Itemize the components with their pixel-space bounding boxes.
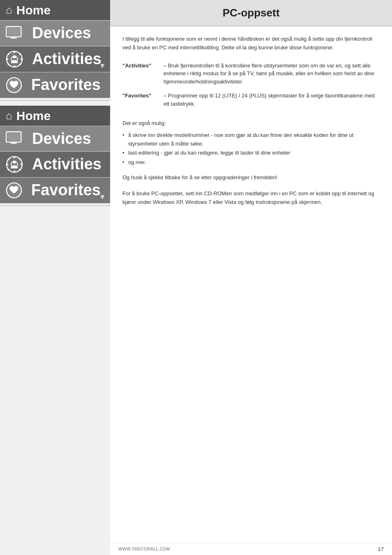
nav-label-activities-2: Activities: [32, 156, 101, 173]
reminder-text: Og husk å sjekke tilbake for å se etter …: [122, 173, 380, 182]
svg-rect-7: [14, 51, 15, 53]
page-title-bar: PC-oppsett: [110, 0, 392, 27]
main-content: PC-oppsett I tillegg til alle funksjonen…: [110, 0, 392, 555]
list-item: å skrive inn direkte modellnummer - noe …: [122, 131, 380, 148]
svg-rect-17: [7, 133, 20, 141]
favorites-icon-2: [6, 182, 26, 199]
list-item: tast-editering - gjør at du kan redigere…: [122, 149, 380, 157]
nav-label-favorites-2: Favorites: [31, 182, 101, 199]
nav-label-activities-1: Activities: [32, 51, 101, 68]
feature-term-2: "Favorites": [122, 90, 164, 112]
nav-item-favorites-2[interactable]: Favorites ▼: [0, 178, 110, 204]
footer-bar: WWW.ONEFORALL.COM 17: [110, 543, 392, 555]
activities-icon-1: [6, 51, 27, 68]
svg-rect-10: [21, 58, 23, 60]
bullet-list: å skrive inn direkte modellnummer - noe …: [122, 131, 380, 167]
nav-item-activities-1[interactable]: Activities ▼: [0, 46, 110, 72]
list-item: og mer.: [122, 158, 380, 167]
activities-icon-2: [6, 156, 27, 173]
nav-label-devices-1: Devices: [32, 25, 91, 42]
svg-rect-9: [6, 58, 8, 60]
also-possible-label: Det er også mulig:: [122, 119, 380, 128]
svg-rect-26: [21, 164, 23, 165]
home-icon-2: ⌂: [6, 109, 12, 122]
nav-item-devices-1[interactable]: Devices: [0, 21, 110, 46]
page-title: PC-oppsett: [118, 7, 384, 19]
content-body: I tillegg til alle funksjonene som er ne…: [110, 27, 392, 222]
footer-url: WWW.ONEFORALL.COM: [118, 547, 170, 551]
nav-group-1: ⌂ Home Devices: [0, 0, 110, 101]
nav-item-favorites-1[interactable]: Favorites: [0, 72, 110, 98]
nav-group-2: ⌂ Home Devices: [0, 106, 110, 206]
svg-rect-8: [14, 65, 15, 67]
nav-item-home-2[interactable]: ⌂ Home: [0, 106, 110, 126]
svg-rect-23: [14, 156, 15, 158]
devices-icon-1: [6, 26, 27, 41]
svg-rect-1: [7, 28, 20, 36]
chevron-down-icon-1: ▼: [99, 62, 106, 70]
cd-instruction-text: For å bruke PC-oppsettet, sett inn CD-RO…: [122, 190, 380, 207]
nav-item-home-1[interactable]: ⌂ Home: [0, 0, 110, 21]
nav-label-favorites-1: Favorites: [31, 76, 101, 94]
nav-label-devices-2: Devices: [32, 130, 91, 148]
nav-label-home-2: Home: [16, 109, 51, 123]
footer-page: 17: [378, 546, 384, 552]
feature-table: "Activities" – Bruk fjernkontrollen til …: [122, 60, 380, 112]
table-row: "Favorites" – Programmer opp til 12 (LIT…: [122, 90, 380, 112]
feature-desc-2: – Programmer opp til 12 (LITE) / 24 (PLU…: [164, 90, 380, 112]
table-row: "Activities" – Bruk fjernkontrollen til …: [122, 60, 380, 90]
chevron-down-icon-2: ▼: [99, 193, 106, 201]
home-icon-1: ⌂: [6, 4, 12, 16]
nav-label-home-1: Home: [16, 3, 51, 17]
nav-item-activities-2[interactable]: Activities: [0, 152, 110, 178]
svg-rect-25: [6, 164, 8, 165]
svg-rect-24: [14, 171, 15, 173]
intro-text: I tillegg til alle funksjonene som er ne…: [122, 35, 380, 52]
sidebar: ⌂ Home Devices: [0, 0, 110, 555]
svg-point-6: [13, 55, 16, 58]
feature-desc-1: – Bruk fjernkontrollen til å kontrollere…: [164, 60, 380, 90]
nav-item-devices-2[interactable]: Devices: [0, 126, 110, 152]
favorites-icon-1: [6, 77, 26, 93]
devices-icon-2: [6, 131, 27, 146]
feature-term-1: "Activities": [122, 60, 164, 90]
svg-point-22: [13, 161, 16, 164]
